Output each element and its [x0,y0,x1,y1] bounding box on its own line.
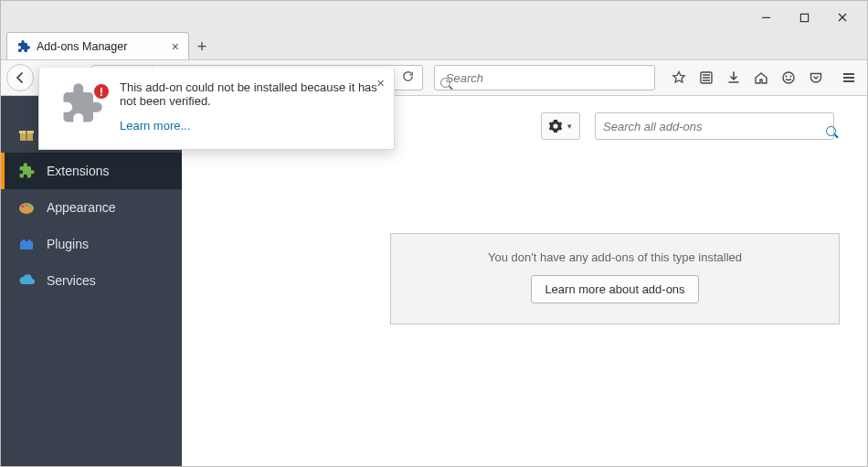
svg-point-11 [26,204,28,207]
paint-icon [17,198,36,217]
lego-icon [17,235,36,253]
svg-point-14 [22,239,26,243]
tab-title: Add-ons Manager [37,40,166,53]
addons-sidebar: Get Add-ons Extensions Appearance Plugin… [1,96,182,466]
empty-message: You don't have any add-ons of this type … [409,250,820,264]
svg-point-4 [786,76,788,78]
gift-icon [17,125,36,143]
popover-message: This add-on could not be installed becau… [120,80,377,108]
sidebar-item-services[interactable]: Services [1,262,182,299]
puzzle-icon [16,39,31,54]
svg-rect-13 [20,241,33,249]
search-bar[interactable] [434,65,655,90]
sidebar-item-appearance[interactable]: Appearance [1,189,182,226]
install-error-popover: × ! This add-on could not be installed b… [38,68,395,150]
popover-close-button[interactable]: × [376,75,385,90]
svg-rect-0 [761,16,769,17]
sidebar-item-label: Services [47,273,96,288]
tab-close-button[interactable]: × [172,39,179,54]
window-close-button[interactable] [823,6,862,28]
tab-strip: Add-ons Manager × + [1,28,867,59]
addons-main: ▾ You don't have any add-ons of this typ… [182,96,867,466]
learn-more-addons-button[interactable]: Learn more about add-ons [531,275,698,303]
tab-addons-manager[interactable]: Add-ons Manager × [6,32,189,59]
empty-state: You don't have any add-ons of this type … [390,233,840,324]
popover-learn-more-link[interactable]: Learn more... [120,119,379,133]
library-icon[interactable] [693,65,719,90]
gear-icon [549,120,562,133]
svg-rect-8 [26,131,27,141]
addon-search-box[interactable] [595,112,834,140]
bookmark-star-icon[interactable] [666,65,692,90]
app-window: Add-ons Manager × + 〉 Firefox about:addo… [0,0,868,467]
window-minimize-button[interactable] [746,6,785,28]
search-input[interactable] [446,71,649,85]
sidebar-item-extensions[interactable]: Extensions [1,153,182,189]
toolbar-buttons [662,65,862,90]
alert-badge-icon: ! [92,82,111,101]
menu-icon[interactable] [836,65,862,90]
sidebar-item-label: Extensions [47,164,109,178]
pocket-icon[interactable] [803,65,829,90]
downloads-icon[interactable] [721,65,746,90]
svg-point-15 [27,239,31,243]
hello-icon[interactable] [776,65,801,90]
addons-toolbar: ▾ [541,112,834,140]
cloud-icon [17,271,36,290]
svg-point-12 [29,206,32,208]
addon-search-input[interactable] [603,120,826,133]
sidebar-item-label: Plugins [47,237,89,251]
svg-point-10 [22,206,25,208]
back-button[interactable] [6,64,34,91]
window-maximize-button[interactable] [785,6,823,28]
popover-body: This add-on could not be installed becau… [120,80,379,133]
window-titlebar [1,1,867,28]
dropdown-caret-icon: ▾ [567,122,572,131]
addon-error-icon: ! [54,80,109,128]
svg-point-3 [783,72,794,83]
tools-menu-button[interactable]: ▾ [541,112,580,140]
svg-rect-1 [800,14,808,21]
home-icon[interactable] [748,65,774,90]
content-area: Get Add-ons Extensions Appearance Plugin… [1,96,867,466]
sidebar-item-plugins[interactable]: Plugins [1,226,182,262]
new-tab-button[interactable]: + [189,34,215,59]
sidebar-item-label: Appearance [47,200,116,215]
puzzle-green-icon [17,162,36,180]
svg-point-5 [790,76,792,78]
reload-button[interactable] [397,69,418,87]
